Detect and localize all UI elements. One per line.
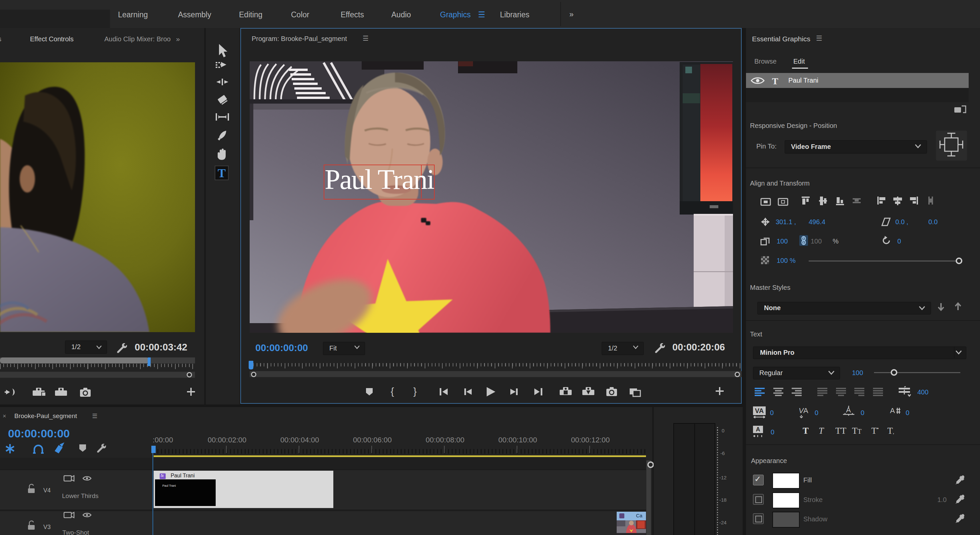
svg-text:V4: V4 [43,487,51,494]
svg-text:A: A [756,426,760,433]
svg-text:{: { [391,386,394,397]
svg-text:V3: V3 [43,524,51,530]
svg-text:T: T [218,167,226,180]
svg-text:A: A [803,406,808,415]
svg-text:VA: VA [755,407,764,414]
svg-text:}: } [413,386,417,397]
svg-text:A: A [890,406,895,415]
